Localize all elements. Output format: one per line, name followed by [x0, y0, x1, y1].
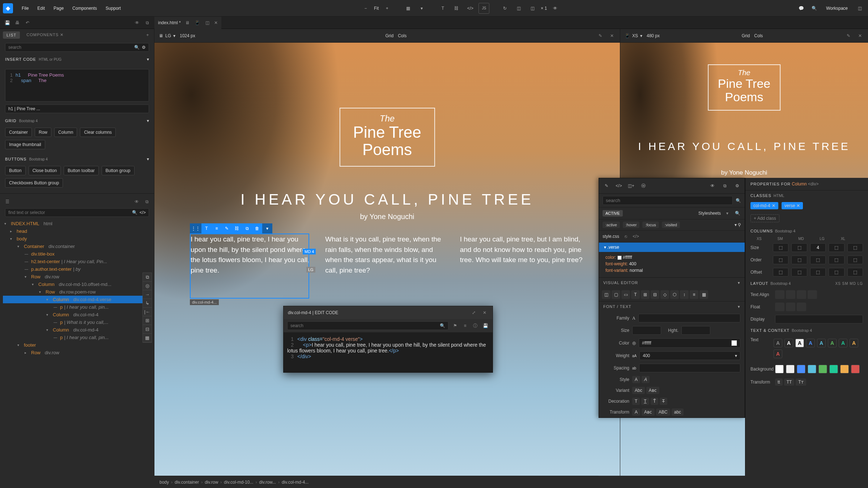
- filter-icon[interactable]: ⚙: [142, 45, 146, 50]
- tree-tool-icon[interactable]: ⧉: [143, 273, 152, 282]
- breadcrumb-item[interactable]: div.container: [175, 480, 199, 485]
- text-teal[interactable]: A: [839, 339, 847, 347]
- text-success[interactable]: A: [828, 339, 837, 347]
- popup-search-input[interactable]: [290, 323, 440, 328]
- tab-list[interactable]: LIST: [3, 31, 20, 39]
- text-edit-icon[interactable]: T: [201, 223, 212, 234]
- float-right[interactable]: [786, 303, 795, 311]
- menu-file[interactable]: File: [17, 4, 33, 13]
- bg-teal[interactable]: [829, 365, 838, 373]
- tt-2[interactable]: TT: [784, 378, 795, 386]
- add-tab-icon[interactable]: +: [144, 31, 151, 39]
- tr-2[interactable]: Aʙᴄ: [642, 408, 655, 416]
- tree-tool-icon[interactable]: ◎: [143, 282, 152, 290]
- visual-tool-icon[interactable]: ⬡: [670, 290, 679, 299]
- tree-root[interactable]: ▾INDEX.HTML html: [3, 220, 151, 227]
- dom-tree[interactable]: ▾INDEX.HTML html ▸head▾body▾Container di…: [0, 218, 154, 358]
- align-left[interactable]: [775, 290, 784, 299]
- visual-tool-icon[interactable]: ◇: [660, 290, 669, 299]
- pseudo-state[interactable]: :hover: [623, 222, 640, 228]
- bg-primary[interactable]: [797, 365, 805, 373]
- style-search-input[interactable]: [603, 196, 733, 205]
- code-icon[interactable]: </>: [613, 180, 624, 191]
- cols-toggle[interactable]: Cols: [398, 33, 407, 38]
- tree-tool-icon[interactable]: ↳: [143, 299, 152, 308]
- chat-icon[interactable]: 💬: [796, 3, 807, 14]
- save-icon[interactable]: 💾: [4, 19, 11, 26]
- active-tab[interactable]: ACTIVE: [603, 210, 623, 217]
- close-viewport-icon[interactable]: ✕: [608, 32, 616, 39]
- wrap-icon[interactable]: ≡: [461, 322, 469, 329]
- code-editor[interactable]: 1h1 Pine Tree Poems 2 span The: [5, 69, 149, 102]
- tree-item[interactable]: ▾footer: [3, 341, 151, 349]
- float-none[interactable]: [797, 303, 806, 311]
- breadcrumb-item[interactable]: body: [159, 480, 169, 485]
- visual-editor-header[interactable]: VISUAL EDITOR: [603, 281, 638, 285]
- tree-item[interactable]: ▸Row div.row: [3, 349, 151, 356]
- canvas-lg[interactable]: The Pine TreePoems I HEAR YOU CALL, PINE…: [154, 43, 620, 476]
- css-rule[interactable]: ▾ .verse: [599, 243, 745, 252]
- components-search[interactable]: 🔍 ⚙: [5, 43, 149, 52]
- text-info[interactable]: A: [817, 339, 826, 347]
- visual-tool-icon[interactable]: ▢: [612, 290, 620, 299]
- size-xs[interactable]: ⬚: [773, 243, 788, 252]
- grid-chip[interactable]: Column: [54, 128, 77, 137]
- letter-spacing-field[interactable]: [639, 364, 740, 372]
- verse-1[interactable]: I hear you call, pine tree, I hear you u…: [191, 234, 314, 275]
- tree-item[interactable]: —p | I hear you call, pin...: [3, 334, 151, 341]
- save-snippet-icon[interactable]: 💾: [482, 322, 489, 329]
- wand-icon[interactable]: ✎: [601, 180, 612, 191]
- tree-icon[interactable]: ☰: [4, 198, 11, 205]
- style-italic[interactable]: A: [642, 376, 650, 383]
- title-box[interactable]: The Pine TreePoems: [339, 108, 435, 167]
- verse-3[interactable]: I hear you call, pine tree, but I am bli…: [460, 234, 584, 275]
- visual-tool-icon[interactable]: ⊞: [641, 290, 650, 299]
- delete-icon[interactable]: 🗑: [252, 223, 262, 234]
- breadcrumb-item[interactable]: div.row: [205, 480, 218, 485]
- variant-normal[interactable]: Abc: [632, 387, 645, 394]
- tree-item[interactable]: —p.author.text-center | by: [3, 265, 151, 273]
- tree-item[interactable]: ▸head: [3, 227, 151, 235]
- copy-icon[interactable]: ⧉: [719, 180, 730, 191]
- duplicate-icon[interactable]: ⧉: [242, 223, 252, 234]
- refresh-icon[interactable]: ↻: [499, 3, 510, 14]
- cols-toggle-xs[interactable]: Cols: [754, 33, 763, 38]
- tree-item[interactable]: —p | I hear you call, pin...: [3, 303, 151, 311]
- text-tool-icon[interactable]: T: [437, 3, 448, 14]
- text-danger[interactable]: A: [774, 350, 782, 358]
- zoom-fit[interactable]: Fit: [374, 6, 379, 11]
- tree-item[interactable]: —h2.text-center | I Hear you call, Pin..…: [3, 258, 151, 265]
- tree-item[interactable]: —p | What is it you call,...: [3, 318, 151, 326]
- file-tab[interactable]: index.html * 🖥 📱 ◫ ✕: [154, 17, 221, 29]
- tree-tool-icon[interactable]: ⊞: [143, 316, 152, 325]
- code-tool-icon[interactable]: </>: [465, 3, 476, 14]
- grid-chip[interactable]: Row: [35, 128, 51, 137]
- css-file[interactable]: style.css: [603, 234, 619, 239]
- eye-icon[interactable]: 👁: [133, 19, 141, 26]
- tree-tool-icon[interactable]: ⊟: [143, 325, 152, 334]
- components-search-input[interactable]: [8, 45, 134, 50]
- size-xl[interactable]: ⬚: [847, 243, 863, 252]
- align-justify[interactable]: [808, 290, 817, 299]
- tt-1[interactable]: tt: [775, 378, 783, 386]
- font-size-field[interactable]: [632, 326, 661, 335]
- pseudo-state[interactable]: :focus: [642, 222, 659, 228]
- align-icon[interactable]: ≡: [212, 223, 222, 234]
- font-weight-field[interactable]: 400▾: [639, 351, 740, 360]
- wand-icon[interactable]: ✎: [845, 32, 852, 39]
- insert-code-section[interactable]: INSERT CODE HTML or PUG ▾: [0, 54, 154, 65]
- tree-tool-icon[interactable]: ▦: [143, 334, 152, 342]
- size-md[interactable]: 4: [810, 243, 826, 252]
- visual-tool-icon[interactable]: ⊟: [651, 290, 659, 299]
- visual-tool-icon[interactable]: ≡: [690, 290, 698, 299]
- visual-tool-icon[interactable]: ▦: [699, 290, 708, 299]
- tr-1[interactable]: A: [632, 408, 640, 416]
- tree-item[interactable]: ▾Column div.col-md-4.verse: [3, 296, 151, 303]
- app-logo[interactable]: ◆: [3, 3, 13, 13]
- tr-3[interactable]: ABC: [656, 408, 670, 416]
- edit-icon[interactable]: ✎: [222, 223, 232, 234]
- stylesheet-dropdown-icon[interactable]: ▾: [724, 210, 731, 217]
- tree-item[interactable]: ▾Row div.row: [3, 273, 151, 281]
- panel-icon-2[interactable]: ◫: [527, 3, 538, 14]
- visual-tool-icon[interactable]: ◫: [602, 290, 610, 299]
